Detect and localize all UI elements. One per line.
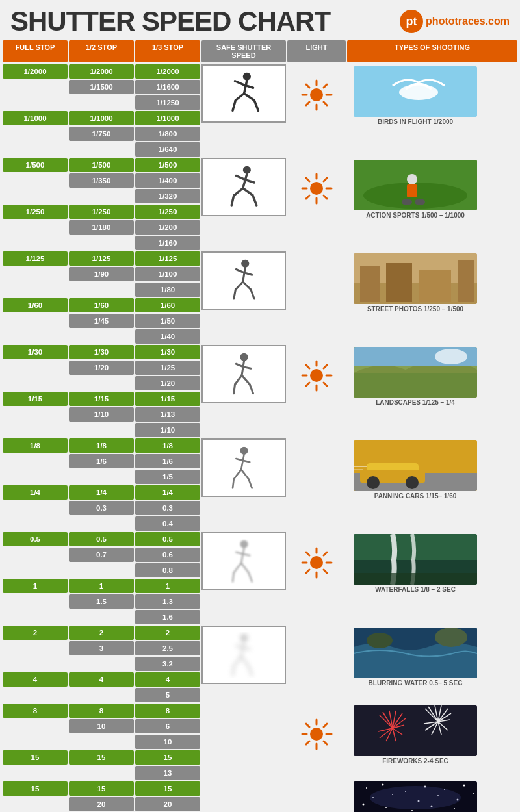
s-25-third: 2.5	[135, 641, 200, 655]
col-full-stop: FULL STOP	[3, 40, 68, 62]
section-750: - 1/750 1/800	[3, 127, 517, 141]
svg-line-14	[324, 102, 327, 105]
header: SHUTTER SPEED CHART pt phototraces.com	[0, 0, 520, 40]
col-light: LIGHT	[287, 40, 346, 62]
s-13: 1/13	[135, 407, 200, 422]
photo-waterfall	[354, 534, 477, 585]
logo-com: .com	[486, 16, 510, 27]
photo-street	[354, 253, 477, 304]
svg-line-4	[244, 94, 254, 101]
svg-point-56	[240, 353, 248, 361]
s-40: 1/40	[135, 329, 200, 344]
s-60-half: 1/60	[69, 298, 134, 312]
svg-line-115	[233, 657, 240, 666]
svg-point-122	[367, 633, 393, 648]
photo-col-birds: BIRDS IN FLIGHT 1/2000	[347, 64, 484, 125]
svg-line-15	[324, 84, 327, 88]
svg-line-118	[248, 666, 252, 676]
s-6-third-2: 6	[135, 719, 200, 733]
svg-rect-133	[354, 705, 477, 756]
svg-point-90	[406, 476, 419, 489]
svg-line-25	[236, 176, 245, 180]
photo-label-sports: ACTION SPORTS 1/500 – 1/1000	[366, 212, 465, 219]
svg-line-97	[241, 563, 248, 573]
s-6-third: 1/6	[135, 454, 200, 468]
svg-line-62	[236, 364, 243, 366]
svg-rect-74	[354, 373, 477, 398]
s-4-full-2: 4	[3, 672, 68, 687]
svg-line-114	[241, 642, 244, 657]
s-8-third-2: 8	[135, 704, 200, 718]
svg-line-48	[236, 270, 244, 273]
s-125-full: 1/125	[3, 251, 68, 266]
waterfall-svg	[354, 534, 477, 585]
s-20-half-2: 20	[69, 797, 134, 811]
svg-point-76	[435, 349, 467, 364]
speed-t-1000: 1/1000	[135, 111, 200, 125]
svg-line-2	[235, 94, 244, 101]
s-60-full: 1/60	[3, 298, 68, 312]
logo-icon: pt	[400, 10, 423, 33]
s-5-third: 1/5	[135, 470, 200, 484]
full-stop-col-750: -	[3, 127, 68, 141]
svg-line-46	[242, 282, 250, 290]
logo: pt phototraces.com	[400, 10, 510, 33]
svg-line-70	[324, 383, 327, 386]
s-1-half: 1	[69, 579, 134, 593]
s-800: 1/800	[135, 127, 200, 141]
svg-point-40	[402, 199, 412, 205]
sun-icon-4	[299, 545, 335, 581]
svg-point-42	[241, 260, 249, 268]
photo-label-water: BLURRING WATER 0.5– 5 sec	[369, 679, 463, 687]
s-180: 1/180	[69, 220, 134, 235]
svg-line-32	[306, 178, 309, 181]
sports-svg	[354, 160, 477, 210]
third-stop-col-1: 1/2000 1/1600 1/1250 1/1000	[135, 64, 200, 125]
speed-h-2000: 1/2000	[69, 64, 134, 79]
s-8-half-2: 8	[69, 704, 134, 718]
s-08-third: 0.8	[135, 563, 200, 577]
s-05-half: 0.5	[69, 532, 134, 546]
stars-svg	[354, 781, 477, 812]
svg-line-43	[242, 268, 245, 282]
svg-line-83	[236, 459, 242, 461]
s-8-third: 1/8	[135, 438, 200, 453]
section-8: 1/8 - - 1/4 1/8 1/6 - 1/4 1/8 1/6 1/5 1/…	[3, 438, 517, 500]
s-200: 1/200	[135, 220, 200, 235]
s-15-third-3: 15	[135, 781, 200, 796]
photo-stars	[354, 781, 477, 812]
svg-line-49	[244, 273, 252, 275]
svg-line-6	[235, 81, 244, 85]
photo-col-sports: ACTION SPORTS 1/500 – 1/1000	[347, 158, 484, 219]
speed-empty: -	[3, 80, 68, 94]
s-15-half-3: 15	[69, 781, 134, 796]
s-90-half: 1/90	[69, 267, 134, 281]
svg-point-38	[407, 174, 417, 184]
photo-col-water: BLURRING WATER 0.5– 5 sec	[347, 626, 484, 687]
photo-col-waterfall: WATERFALLS 1/8 – 2 sec	[347, 532, 484, 593]
s-10-third: 1/10	[135, 423, 200, 437]
sun-icon-3	[299, 358, 335, 394]
svg-line-5	[254, 101, 258, 111]
half-stop-col-1: 1/2000 1/1500 - 1/1000	[69, 64, 134, 125]
s-e: -	[3, 127, 68, 141]
s-30-third: 1/30	[135, 345, 200, 359]
s-1-full: 1	[3, 579, 68, 593]
svg-line-106	[306, 552, 309, 555]
photo-landscape	[354, 347, 477, 398]
s-25-third: 1/25	[135, 361, 200, 375]
s-15-half: 1/15	[69, 392, 134, 406]
svg-line-22	[231, 196, 234, 205]
s-50: 1/50	[135, 314, 200, 328]
section-15-stars: 15 - - 30 15 20 - 30 15 20 25 30	[3, 781, 517, 812]
photo-water	[354, 628, 477, 678]
svg-line-23	[242, 188, 252, 196]
svg-line-16	[306, 102, 309, 105]
main-container: SHUTTER SPEED CHART pt phototraces.com F…	[0, 0, 520, 812]
s-15-third-2: 15	[135, 750, 200, 765]
svg-point-169	[366, 787, 367, 789]
photo-label-fireworks: FIREWORKS 2-4 sec	[382, 757, 448, 765]
s-06-third: 0.6	[135, 548, 200, 562]
svg-line-94	[241, 548, 244, 563]
svg-point-101	[310, 556, 323, 569]
